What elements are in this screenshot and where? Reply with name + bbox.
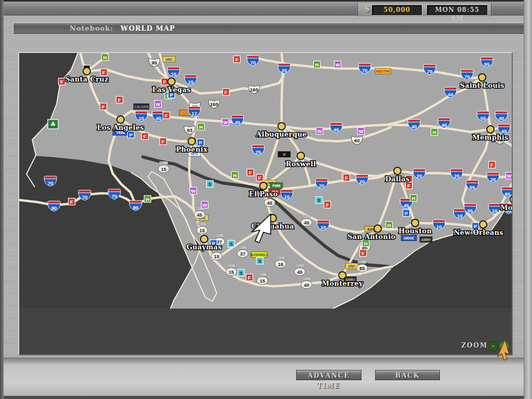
map-icon-P: P <box>128 131 135 138</box>
advance-time-button[interactable]: ADVANCE TIME <box>296 370 362 380</box>
svg-text:70: 70 <box>250 60 256 65</box>
svg-text:160: 160 <box>250 87 258 92</box>
svg-text:H: H <box>233 172 237 178</box>
svg-text:W: W <box>203 202 207 208</box>
map-icon-F: F <box>59 78 65 85</box>
svg-text:15: 15 <box>260 278 265 284</box>
svg-text:10: 10 <box>436 224 442 230</box>
svg-text:45: 45 <box>404 203 409 208</box>
svg-text:160: 160 <box>210 101 218 107</box>
svg-text:15: 15 <box>188 79 194 85</box>
svg-text:F: F <box>102 70 105 75</box>
map-icon-W: W <box>316 128 323 135</box>
city-label: Albuquerque <box>256 130 307 138</box>
left-edge-strip <box>0 0 4 399</box>
svg-text:MEXICO: MEXICO <box>160 162 168 164</box>
svg-text:W: W <box>507 173 512 179</box>
svg-text:70: 70 <box>362 68 368 73</box>
svg-text:45: 45 <box>304 220 310 225</box>
world-map[interactable]: UNCUNCUNCUNCFMMTEXNEXTFRUFOCALDANEddysDR… <box>19 53 512 309</box>
svg-text:F: F <box>326 202 329 208</box>
svg-text:F: F <box>165 113 168 118</box>
svg-text:20: 20 <box>454 173 460 179</box>
svg-text:70: 70 <box>48 180 54 186</box>
svg-text:70: 70 <box>82 194 88 200</box>
map-icon-F: F <box>101 69 108 76</box>
svg-text:25: 25 <box>282 68 287 73</box>
map-icon-F: F <box>343 175 350 181</box>
bottom-plate <box>4 357 525 396</box>
svg-text:H: H <box>364 241 368 246</box>
map-icon-F: F <box>223 89 230 96</box>
svg-text:H: H <box>103 55 107 60</box>
svg-text:DRIVE: DRIVE <box>404 236 415 240</box>
zoom-label: ZOOM <box>461 342 488 349</box>
svg-text:S: S <box>258 258 261 264</box>
svg-text:MEXICO: MEXICO <box>277 257 285 259</box>
map-icon-F: F <box>69 198 75 205</box>
svg-text:P: P <box>199 140 203 145</box>
svg-text:70: 70 <box>112 193 117 199</box>
svg-text:BUSHNELL: BUSHNELL <box>250 253 268 257</box>
money-display: 50,000 <box>372 5 422 15</box>
city-label: Santa Cruz <box>65 75 108 83</box>
svg-text:40: 40 <box>501 128 507 134</box>
svg-text:S: S <box>230 241 233 247</box>
svg-text:MEXICO: MEXICO <box>198 223 206 225</box>
map-icon-H: H <box>144 196 151 203</box>
svg-text:S: S <box>240 270 243 276</box>
map-icon-P: P <box>403 210 410 217</box>
company-logo: UNC <box>345 263 358 269</box>
company-logo: UNC <box>163 57 175 62</box>
company-logo: CALDAN <box>134 104 149 110</box>
svg-text:F: F <box>235 57 238 62</box>
svg-text:F: F <box>70 199 73 205</box>
map-icon-F: F <box>234 56 241 63</box>
svg-text:MEXICO: MEXICO <box>239 247 247 249</box>
svg-text:H: H <box>315 62 319 68</box>
svg-text:10: 10 <box>321 224 326 230</box>
mouse-cursor <box>493 337 515 365</box>
map-icon-H: H <box>386 222 393 229</box>
back-button[interactable]: BACK <box>375 370 440 380</box>
svg-text:40: 40 <box>304 282 310 288</box>
map-icon-F: F <box>360 250 367 257</box>
svg-text:W: W <box>191 188 196 194</box>
city-label: Memphis <box>472 134 508 141</box>
svg-text:NEXTFR: NEXTFR <box>376 70 390 73</box>
svg-text:H: H <box>433 129 436 135</box>
company-logo: /// <box>278 152 290 157</box>
map-icon-S: S <box>257 258 263 264</box>
map-icon-F: F <box>489 162 496 168</box>
city-label: Phoenix <box>176 145 207 153</box>
svg-text:20: 20 <box>490 177 496 182</box>
map-icon-H: H <box>314 61 321 68</box>
svg-text:F: F <box>118 97 121 103</box>
notebook-label: Notebook: <box>70 24 113 32</box>
map-icon-W: W <box>358 128 365 135</box>
svg-text:MEXICO: MEXICO <box>296 265 304 267</box>
company-logo: FMM <box>270 183 283 189</box>
map-icon-W: W <box>155 101 162 108</box>
svg-text:20: 20 <box>417 173 422 179</box>
svg-text:15: 15 <box>200 228 205 233</box>
svg-text:65: 65 <box>505 191 511 197</box>
map-icon-F: F <box>257 175 263 181</box>
svg-text:F: F <box>224 89 228 95</box>
svg-text:F: F <box>163 79 166 85</box>
map-icon-F: F <box>116 97 123 103</box>
svg-text:20: 20 <box>319 183 325 189</box>
svg-text:UNC: UNC <box>348 264 355 268</box>
company-logo: BUSHNELL <box>250 252 268 258</box>
svg-text:85: 85 <box>360 265 365 271</box>
svg-text:40: 40 <box>334 127 339 132</box>
svg-text:F: F <box>258 175 261 181</box>
svg-text:10: 10 <box>492 208 498 214</box>
svg-text:F: F <box>490 162 494 168</box>
right-edge-strip <box>524 0 532 399</box>
svg-text:15: 15 <box>171 71 177 77</box>
svg-text:40: 40 <box>442 122 447 128</box>
svg-text:MEXICO: MEXICO <box>303 216 311 218</box>
map-icon-W: W <box>506 172 512 179</box>
svg-text:37: 37 <box>240 251 246 257</box>
